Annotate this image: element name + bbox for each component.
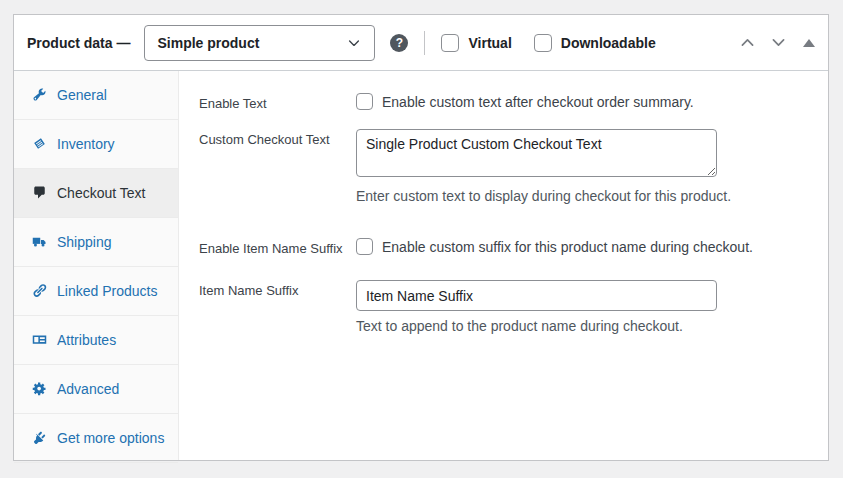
tab-get-more-options[interactable]: Get more options xyxy=(14,414,178,463)
field-description: Text to append to the product name durin… xyxy=(356,318,808,334)
enable-text-checkbox[interactable] xyxy=(356,93,373,110)
help-icon[interactable]: ? xyxy=(390,34,408,52)
link-icon xyxy=(32,283,47,298)
item-name-suffix-input[interactable] xyxy=(356,280,717,311)
product-type-value: Simple product xyxy=(157,35,259,51)
virtual-checkbox-group: Virtual xyxy=(441,34,511,52)
field-enable-text: Enable Text Enable custom text after che… xyxy=(199,93,808,112)
virtual-checkbox-label: Virtual xyxy=(468,35,511,51)
tab-linked-products[interactable]: Linked Products xyxy=(14,267,178,316)
header-divider xyxy=(424,31,425,55)
tab-checkout-text[interactable]: Checkout Text xyxy=(14,169,178,218)
enable-item-name-suffix-checkbox-label: Enable custom suffix for this product na… xyxy=(382,239,753,255)
move-down-icon[interactable] xyxy=(769,34,787,52)
tab-label: Get more options xyxy=(57,430,164,446)
tab-label: Shipping xyxy=(57,234,112,250)
plug-icon xyxy=(32,430,47,445)
tab-label: Attributes xyxy=(57,332,116,348)
metabox-body: General Inventory Checkout Text Shipping xyxy=(14,71,828,460)
virtual-checkbox[interactable] xyxy=(441,34,459,52)
tab-label: Advanced xyxy=(57,381,119,397)
chevron-down-icon xyxy=(346,35,362,51)
field-item-name-suffix: Item Name Suffix Text to append to the p… xyxy=(199,280,808,334)
tab-label: General xyxy=(57,87,107,103)
field-label: Item Name Suffix xyxy=(199,280,356,299)
move-up-icon[interactable] xyxy=(738,34,756,52)
product-data-tabs: General Inventory Checkout Text Shipping xyxy=(14,71,179,460)
metabox-header: Product data — Simple product ? Virtual … xyxy=(14,15,828,71)
tab-label: Checkout Text xyxy=(57,185,145,201)
enable-item-name-suffix-checkbox[interactable] xyxy=(356,238,373,255)
custom-checkout-text-textarea[interactable]: Single Product Custom Checkout Text xyxy=(356,129,717,177)
field-label: Enable Text xyxy=(199,93,356,112)
comment-icon xyxy=(32,185,47,200)
gear-icon xyxy=(32,381,47,396)
wrench-icon xyxy=(32,87,47,102)
index-card-icon xyxy=(32,332,47,347)
inventory-card-icon xyxy=(32,136,47,151)
downloadable-checkbox-group: Downloadable xyxy=(534,34,656,52)
collapse-toggle-icon[interactable] xyxy=(803,39,815,47)
product-data-metabox: Product data — Simple product ? Virtual … xyxy=(13,14,829,461)
checkout-text-panel: Enable Text Enable custom text after che… xyxy=(179,71,828,460)
downloadable-checkbox[interactable] xyxy=(534,34,552,52)
field-label: Enable Item Name Suffix xyxy=(199,238,356,257)
tab-advanced[interactable]: Advanced xyxy=(14,365,178,414)
metabox-order-controls xyxy=(738,34,815,52)
tab-label: Inventory xyxy=(57,136,115,152)
tab-label: Linked Products xyxy=(57,283,157,299)
field-enable-item-name-suffix: Enable Item Name Suffix Enable custom su… xyxy=(199,238,808,257)
tab-inventory[interactable]: Inventory xyxy=(14,120,178,169)
field-custom-checkout-text: Custom Checkout Text Single Product Cust… xyxy=(199,129,808,204)
field-label: Custom Checkout Text xyxy=(199,129,356,148)
tab-general[interactable]: General xyxy=(14,71,178,120)
tab-shipping[interactable]: Shipping xyxy=(14,218,178,267)
downloadable-checkbox-label: Downloadable xyxy=(561,35,656,51)
product-type-select[interactable]: Simple product xyxy=(144,25,375,61)
enable-text-checkbox-label: Enable custom text after checkout order … xyxy=(382,94,694,110)
metabox-title: Product data — xyxy=(27,35,130,51)
tab-attributes[interactable]: Attributes xyxy=(14,316,178,365)
field-description: Enter custom text to display during chec… xyxy=(356,188,808,204)
truck-icon xyxy=(32,234,47,249)
